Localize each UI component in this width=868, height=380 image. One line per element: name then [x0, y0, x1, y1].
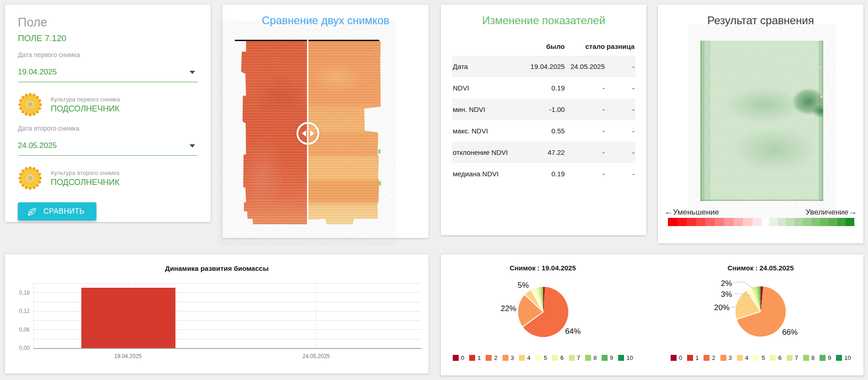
legend-label: 7: [795, 354, 798, 361]
legend-label: 0: [679, 354, 682, 361]
table-cell: 0.19: [521, 163, 566, 185]
increase-gradient-bar: [769, 218, 854, 226]
biomass-chart-panel: Динамика развития биомассы 0,00 0,06 0,1…: [5, 254, 429, 374]
legend-swatch: [569, 355, 575, 361]
legend-swatch: [737, 355, 743, 361]
first-crop-row: Культура первого снимка ПОДСОЛНЕЧНИК: [18, 92, 198, 117]
legend-swatch: [687, 355, 693, 361]
table-cell: макс. NDVI: [452, 120, 521, 142]
legend-item: 2: [704, 354, 715, 361]
slider-arrow-right-icon: [310, 130, 314, 137]
compare-button[interactable]: СРАВНИТЬ: [18, 202, 96, 221]
column-header-diff: разница: [606, 38, 635, 56]
legend-label: 9: [610, 354, 613, 361]
pie1-title: Снимок : 19.04.2025: [474, 264, 611, 272]
table-cell: 24.05.2025: [566, 56, 606, 77]
indicators-table: было стало разница Дата19.04.202524.05.2…: [452, 38, 635, 185]
pink-speck: [820, 66, 822, 68]
table-cell: NDVI: [452, 77, 521, 99]
legend-item: 0: [671, 354, 682, 361]
result-panel: Результат сравнения ←Уменьшение Увеличен…: [658, 5, 863, 243]
pie1-label-64: 64%: [565, 327, 581, 336]
legend-label: 0: [461, 354, 464, 361]
legend-label: 5: [762, 354, 765, 361]
field-name: ПОЛЕ 7.120: [18, 33, 198, 43]
x-axis-line: [33, 348, 421, 349]
legend-label: 8: [811, 354, 815, 361]
result-image: [700, 41, 823, 201]
pie2-label-2: 2%: [721, 279, 732, 288]
legend-item: 2: [486, 354, 497, 361]
pie2-label-3: 3%: [721, 290, 732, 299]
chevron-down-icon: [190, 71, 195, 74]
table-cell: -: [606, 77, 635, 99]
table-cell: -: [566, 99, 606, 120]
table-row: мин. NDVI-1.00--: [452, 99, 635, 120]
chart-title: Динамика развития биомассы: [5, 264, 429, 272]
table-cell: -1.00: [521, 99, 566, 120]
decrease-gradient-bar: [668, 218, 762, 226]
column-header-empty: [452, 38, 521, 56]
pie2-label-20: 20%: [714, 303, 730, 312]
table-cell: 0.55: [521, 120, 566, 142]
comparison-image: [234, 40, 381, 227]
slider-arrow-left-icon: [302, 130, 306, 137]
ndvi-legend-second: 012345678910: [671, 354, 851, 361]
slider-handle[interactable]: [296, 122, 319, 145]
table-cell: Дата: [452, 56, 521, 77]
legend-item: 3: [720, 354, 732, 361]
legend-label: 2: [494, 354, 497, 361]
x-tick-label: 19.04.2025: [96, 353, 160, 359]
table-cell: медиана NDVI: [452, 163, 521, 185]
legend-item: 8: [585, 354, 597, 361]
legend-item: 6: [770, 354, 781, 361]
decrease-label: ←Уменьшение: [664, 207, 719, 217]
legend-label: 8: [593, 354, 597, 361]
pie-chart-first-snapshot: [518, 287, 568, 337]
table-cell: -: [566, 142, 606, 163]
table-row: отклонение NDVI47.22--: [452, 142, 635, 163]
y-tick-label: 0,12: [9, 308, 30, 314]
table-cell: -: [606, 163, 635, 185]
sunflower-icon: [18, 166, 42, 190]
legend-item: 4: [519, 354, 530, 361]
indicators-panel: Изменение показателей было стало разница…: [441, 5, 646, 235]
legend-swatch: [552, 355, 558, 361]
table-cell: отклонение NDVI: [452, 142, 521, 163]
legend-item: 8: [803, 354, 815, 361]
second-date-label: Дата второго снимка: [18, 125, 198, 132]
pie2-title: Снимок : 24.05.2025: [692, 264, 829, 272]
legend-swatch: [770, 355, 776, 361]
green-speck: [379, 181, 381, 185]
first-crop-name: ПОДСОЛНЕЧНИК: [51, 104, 120, 114]
legend-label: 3: [729, 354, 732, 361]
legend-item: 1: [687, 354, 699, 361]
panel-title: Результат сравнения: [658, 14, 863, 27]
table-cell: 47.22: [521, 142, 566, 163]
legend-item: 7: [787, 354, 798, 361]
second-crop-label: Культура второго снимка: [51, 169, 119, 176]
legend-label: 10: [626, 354, 633, 361]
legend-item: 5: [753, 354, 765, 361]
legend-label: 5: [544, 354, 547, 361]
table-cell: -: [566, 120, 606, 142]
legend-item: 4: [737, 354, 748, 361]
legend-item: 10: [618, 354, 633, 361]
legend-swatch: [753, 355, 759, 361]
first-date-select[interactable]: 19.04.2025: [18, 68, 198, 82]
legend-swatch: [720, 355, 726, 361]
second-date-select[interactable]: 24.05.2025: [18, 141, 198, 156]
legend-item: 9: [602, 354, 613, 361]
panel-title: Поле: [18, 16, 198, 30]
legend-swatch: [486, 355, 492, 361]
legend-item: 9: [820, 354, 831, 361]
first-date-label: Дата первого снимка: [18, 51, 198, 58]
first-crop-label: Культура первого снимка: [51, 96, 120, 103]
legend-label: 2: [712, 354, 715, 361]
legend-swatch: [803, 355, 809, 361]
legend-item: 3: [503, 354, 514, 361]
legend-swatch: [671, 355, 677, 361]
table-cell: 0.19: [521, 77, 566, 99]
legend-label: 6: [778, 354, 781, 361]
compare-button-label: СРАВНИТЬ: [43, 207, 85, 216]
